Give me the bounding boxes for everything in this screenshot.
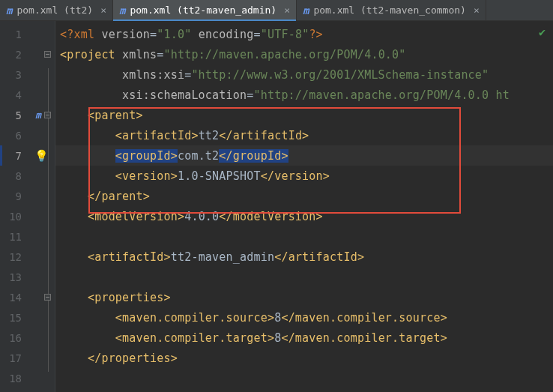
maven-reload-icon[interactable]: m [35, 109, 41, 121]
code-line[interactable] [55, 267, 553, 287]
code-line[interactable]: <maven.compiler.source>8</maven.compiler… [55, 307, 553, 328]
line-number: 14 [4, 292, 22, 304]
code-line[interactable] [55, 368, 553, 388]
code-line[interactable]: xsi:schemaLocation="http://maven.apache.… [55, 85, 553, 105]
tab-pom-tt2-admin[interactable]: m pom.xml (tt2-maven_admin) × [113, 0, 297, 20]
line-number: 13 [4, 271, 22, 283]
line-number: 10 [4, 211, 22, 223]
tab-pom-tt2[interactable]: m pom.xml (tt2) × [0, 0, 113, 20]
line-number: 3 [4, 69, 22, 81]
inspection-ok-icon[interactable]: ✔ [539, 25, 546, 39]
line-number: 12 [4, 251, 22, 263]
close-icon[interactable]: × [284, 5, 290, 15]
code-line[interactable]: <artifactId>tt2</artifactId> [55, 125, 553, 145]
line-number: 5 [4, 109, 22, 121]
code-line[interactable]: <version>1.0-SNAPSHOT</version> [55, 166, 553, 186]
maven-file-icon: m [119, 5, 125, 16]
gutter: 1 2 3 4 5m↑ 6 7💡 8 9 10 11 12 13 14 15 1… [0, 21, 55, 392]
tab-label: pom.xml (tt2-maven_common) [313, 4, 466, 16]
line-number: 15 [4, 312, 22, 324]
code-line[interactable]: <properties> [55, 287, 553, 307]
code-line[interactable]: <groupId>com.t2</groupId> [55, 145, 553, 166]
line-number: 11 [4, 231, 22, 243]
caret-line-marker [0, 145, 2, 166]
code-area[interactable]: <?xml version="1.0" encoding="UTF-8"?> <… [55, 21, 553, 392]
tab-pom-tt2-common[interactable]: m pom.xml (tt2-maven_common) × [297, 0, 486, 20]
code-line[interactable] [55, 226, 553, 247]
code-line[interactable]: <project xmlns="http://maven.apache.org/… [55, 44, 553, 64]
code-line[interactable]: <parent> [55, 105, 553, 125]
line-number: 2 [4, 49, 22, 61]
close-icon[interactable]: × [474, 5, 480, 15]
code-line[interactable]: <maven.compiler.target>8</maven.compiler… [55, 328, 553, 348]
line-number: 16 [4, 332, 22, 344]
line-number: 6 [4, 130, 22, 142]
tab-label: pom.xml (tt2-maven_admin) [130, 4, 276, 16]
code-line[interactable]: <?xml version="1.0" encoding="UTF-8"?> [55, 24, 553, 44]
maven-file-icon: m [6, 5, 12, 16]
editor-tabs: m pom.xml (tt2) × m pom.xml (tt2-maven_a… [0, 0, 553, 21]
code-line[interactable]: </properties> [55, 348, 553, 368]
code-line[interactable]: xmlns:xsi="http://www.w3.org/2001/XMLSch… [55, 64, 553, 85]
arrow-up-icon: ↑ [43, 110, 49, 121]
code-line[interactable]: <artifactId>tt2-maven_admin</artifactId> [55, 247, 553, 267]
line-number: 18 [4, 373, 22, 385]
lightbulb-icon[interactable]: 💡 [34, 149, 49, 163]
close-icon[interactable]: × [100, 5, 106, 15]
line-number: 4 [4, 89, 22, 101]
line-number: 17 [4, 352, 22, 364]
code-line[interactable]: <modelVersion>4.0.0</modelVersion> [55, 206, 553, 226]
code-editor[interactable]: 1 2 3 4 5m↑ 6 7💡 8 9 10 11 12 13 14 15 1… [0, 21, 553, 392]
code-line[interactable]: </parent> [55, 186, 553, 206]
tab-label: pom.xml (tt2) [16, 4, 93, 16]
line-number: 7 [4, 150, 22, 162]
line-number: 9 [4, 190, 22, 202]
maven-file-icon: m [303, 5, 309, 16]
line-number: 8 [4, 170, 22, 182]
line-number: 1 [4, 28, 22, 40]
